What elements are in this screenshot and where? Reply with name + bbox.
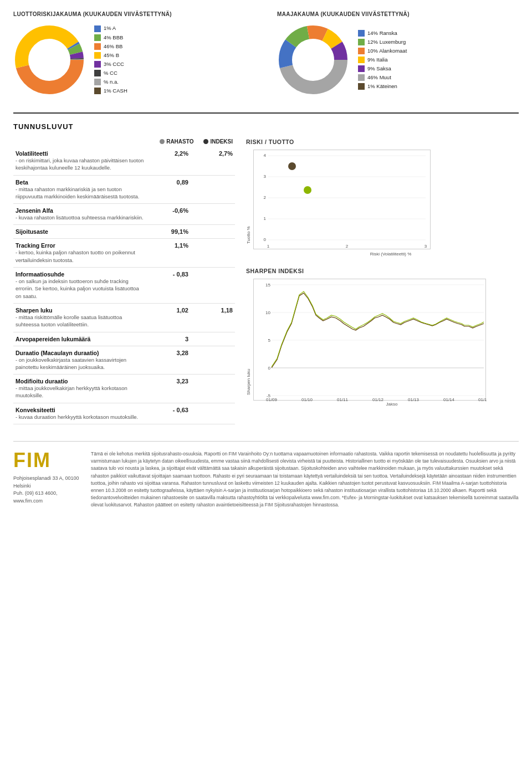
- metric-desc: - mittaa rahaston markkinariskiä ja sen …: [16, 186, 144, 201]
- table-row: Informaatiosuhde- on salkun ja indeksin …: [13, 268, 235, 304]
- legend-color: [358, 65, 365, 72]
- svg-text:01/13: 01/13: [408, 397, 420, 401]
- footer-logo-section: FIM Pohjoisesplanadi 33 A, 00100 Helsink…: [13, 450, 80, 505]
- table-row: Arvopapereiden lukumäärä3: [13, 332, 235, 346]
- metric-name-cell: Sharpen luku- mittaa riskittömälle korol…: [13, 303, 146, 332]
- rahasto-dot: [160, 139, 165, 144]
- metric-rahasto-value: -0,6%: [146, 204, 191, 225]
- scatter-svg: 4 3 2 1 0 1 2 3: [254, 150, 431, 250]
- legend-label: % CC: [104, 69, 117, 78]
- metric-name: Konveksiteetti: [16, 407, 144, 413]
- legend-label: 10% Alankomaat: [367, 47, 407, 55]
- section-divider: [13, 112, 519, 114]
- sharpen-y-label: Sharpen luku: [246, 284, 251, 395]
- legend-item: 12% Luxemburg: [358, 38, 407, 47]
- right-chart-title: MAAJAKAUMA (KUUKAUDEN VIIVÄSTETTYNÄ): [277, 11, 410, 17]
- scatter-point-indeksi: [288, 162, 296, 170]
- table-row: Beta- mittaa rahaston markkinariskiä ja …: [13, 175, 235, 204]
- sharpen-title: SHARPEN INDEKSI: [246, 268, 519, 274]
- metric-name: Beta: [16, 179, 144, 186]
- legend-label: 3% CCC: [104, 60, 124, 69]
- table-row: Volatiliteetti- on riskimittari, joka ku…: [13, 147, 235, 175]
- metric-indeksi-value: [191, 268, 235, 304]
- metric-name-cell: Tracking Error- kertoo, kuinka paljon ra…: [13, 239, 146, 268]
- metric-indeksi-value: [191, 225, 235, 239]
- metric-rahasto-value: 3,28: [146, 346, 191, 375]
- legend-item: 4% BBB: [94, 33, 127, 42]
- svg-text:0: 0: [264, 237, 267, 242]
- metric-name: Volatiliteetti: [16, 150, 144, 157]
- right-donut: [277, 24, 349, 96]
- legend-label: 14% Ranska: [367, 29, 397, 38]
- metric-indeksi-value: [191, 239, 235, 268]
- legend-color: [94, 61, 101, 68]
- legend-color: [94, 25, 101, 32]
- legend-label: 9% Saksa: [367, 64, 391, 73]
- legend-label: 46% Muut: [367, 73, 391, 82]
- right-donut-svg: [277, 24, 349, 96]
- metric-name: Modifioitu duraatio: [16, 378, 144, 384]
- legend-color: [358, 83, 365, 90]
- legend-color: [358, 74, 365, 81]
- scatter-point-rahasto: [304, 186, 311, 194]
- section-title: TUNNUSLUVUT: [13, 122, 519, 131]
- metric-name-cell: Jensenin Alfa- kuvaa rahaston lisätuotto…: [13, 204, 146, 225]
- legend-item: 14% Ranska: [358, 29, 407, 38]
- svg-text:3: 3: [264, 174, 267, 179]
- metric-rahasto-value: 3,23: [146, 375, 191, 403]
- table-row: Konveksiteetti- kuvaa duraation herkkyyt…: [13, 403, 235, 424]
- legend-color: [94, 52, 101, 59]
- metric-name-cell: Volatiliteetti- on riskimittari, joka ku…: [13, 147, 146, 175]
- metric-name-cell: Duraatio (Macaulayn duraatio)- on joukko…: [13, 346, 146, 375]
- svg-text:01/09: 01/09: [266, 397, 278, 401]
- metric-desc: - mittaa joukkovelkakirjan herkkyyttä ko…: [16, 384, 144, 399]
- right-legend: 14% Ranska12% Luxemburg10% Alankomaat9% …: [358, 29, 407, 91]
- main-content: RAHASTO INDEKSI Volatiliteetti- on riski…: [13, 139, 519, 424]
- svg-text:2: 2: [346, 244, 349, 249]
- metric-desc: - kuvaa rahaston lisätuottoa suhteessa m…: [16, 214, 144, 221]
- table-header-row: RAHASTO INDEKSI: [13, 139, 235, 145]
- footer: FIM Pohjoisesplanadi 33 A, 00100 Helsink…: [13, 441, 519, 509]
- metric-name-cell: Arvopapereiden lukumäärä: [13, 332, 146, 346]
- legend-item: 45% B: [94, 51, 127, 60]
- metric-rahasto-value: - 0,63: [146, 403, 191, 424]
- charts-row: LUOTTORISKIJAKAUMA (KUUKAUDEN VIIVÄSTETT…: [13, 11, 519, 96]
- metrics-table: Volatiliteetti- on riskimittari, joka ku…: [13, 147, 235, 424]
- legend-label: 45% B: [104, 51, 119, 60]
- metric-desc: - on riskimittari, joka kuvaa rahaston p…: [16, 157, 144, 172]
- legend-label: 12% Luxemburg: [367, 38, 406, 47]
- metric-indeksi-value: [191, 346, 235, 375]
- table-row: Duraatio (Macaulayn duraatio)- on joukko…: [13, 346, 235, 375]
- sharpen-x-label: Jakso: [265, 402, 519, 407]
- legend-item: 1% Käteinen: [358, 82, 407, 91]
- metric-name: Duraatio (Macaulayn duraatio): [16, 350, 144, 356]
- table-row: Tracking Error- kertoo, kuinka paljon ra…: [13, 239, 235, 268]
- page-container: LUOTTORISKIJAKAUMA (KUUKAUDEN VIIVÄSTETT…: [0, 0, 532, 520]
- metric-indeksi-value: 2,7%: [191, 147, 235, 175]
- rahasto-label: RAHASTO: [166, 139, 193, 145]
- legend-color: [94, 43, 101, 50]
- svg-text:01/14: 01/14: [443, 397, 455, 401]
- legend-item: % n.a.: [94, 78, 127, 86]
- metric-indeksi-value: [191, 403, 235, 424]
- metric-rahasto-value: 0,89: [146, 175, 191, 204]
- sharpen-line-indeksi: [272, 291, 484, 367]
- left-chart-section: LUOTTORISKIJAKAUMA (KUUKAUDEN VIIVÄSTETT…: [13, 11, 255, 96]
- sharpen-svg: 15 10 5 0 -5 01/09 01/10: [254, 279, 487, 401]
- legend-label: 1% CASH: [104, 86, 127, 95]
- legend-item: 1% A: [94, 24, 127, 33]
- metric-rahasto-value: - 0,83: [146, 268, 191, 304]
- indeksi-header: INDEKSI: [203, 139, 233, 145]
- legend-color: [358, 39, 365, 45]
- metric-desc: - kertoo, kuinka paljon rahaston tuotto …: [16, 249, 144, 264]
- metric-name: Arvopapereiden lukumäärä: [16, 336, 144, 342]
- metric-name-cell: Informaatiosuhde- on salkun ja indeksin …: [13, 268, 146, 304]
- metric-name: Sharpen luku: [16, 307, 144, 314]
- legend-color: [94, 79, 101, 85]
- table-row: Modifioitu duraatio- mittaa joukkovelkak…: [13, 375, 235, 403]
- metric-name: Tracking Error: [16, 242, 144, 249]
- metric-rahasto-value: 99,1%: [146, 225, 191, 239]
- metric-name: Sijoitusaste: [16, 228, 144, 235]
- legend-label: 4% BBB: [104, 33, 123, 42]
- left-donut-svg: [13, 24, 85, 96]
